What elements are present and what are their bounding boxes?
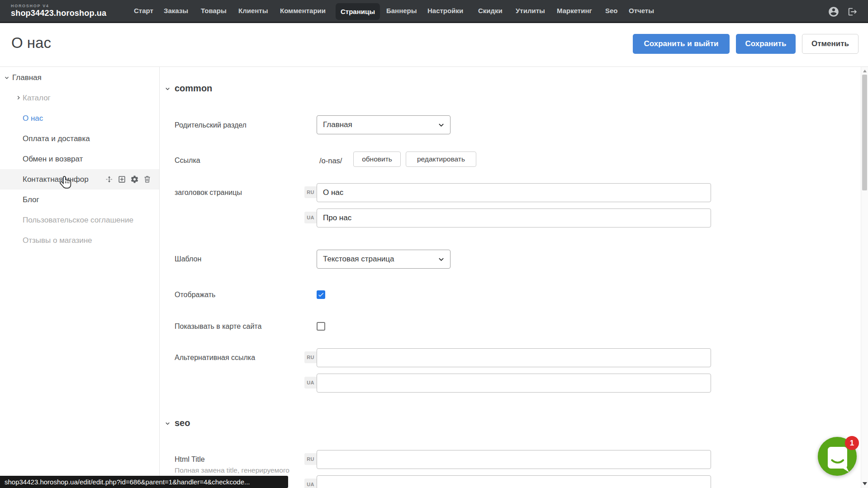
tree-item-otzyvy-o-magazine[interactable]: Отзывы о магазине — [0, 230, 159, 251]
nav-item-clients[interactable]: Клиенты — [238, 0, 268, 22]
link-edit-button[interactable]: редактировать — [406, 152, 476, 167]
nav-item-comments[interactable]: Комментарии — [280, 0, 326, 22]
tree-item-label: Каталог — [23, 94, 51, 103]
pages-tree-sidebar: Главная Каталог О нас Оплата и доставка … — [0, 67, 160, 488]
sitemap-checkbox[interactable] — [317, 322, 325, 331]
scrollbar-down-arrow[interactable] — [863, 482, 867, 485]
nav-item-marketing[interactable]: Маркетинг — [557, 0, 592, 22]
lang-tag-ru: RU — [304, 351, 317, 363]
page-header: О нас Сохранить и выйти Сохранить Отмени… — [0, 23, 868, 67]
section-seo-title[interactable]: seo — [175, 418, 190, 428]
brand-domain: shop34423.horoshop.ua — [11, 8, 106, 18]
save-and-exit-button[interactable]: Сохранить и выйти — [633, 34, 730, 54]
brand-version: HOROSHOP V4 — [11, 4, 106, 8]
nav-item-products[interactable]: Товары — [201, 0, 227, 22]
tree-item-obmen-i-vozvrat[interactable]: Обмен и возврат — [0, 149, 159, 169]
sitemap-label: Показывать в карте сайта — [175, 322, 261, 331]
link-update-button[interactable]: обновить — [353, 152, 401, 167]
scrollbar-up-arrow[interactable] — [863, 70, 867, 72]
page-title-ua-input[interactable] — [317, 208, 711, 227]
parent-section-value: Главная — [323, 120, 352, 129]
tree-item-label: Блог — [23, 195, 39, 204]
topbar: HOROSHOP V4 shop34423.horoshop.ua Старт … — [0, 0, 868, 23]
section-common-title[interactable]: common — [175, 83, 212, 94]
nav-item-seo[interactable]: Seo — [605, 0, 618, 22]
nav-item-settings[interactable]: Настройки — [427, 0, 463, 22]
tree-item-glavnaya[interactable]: Главная — [0, 67, 159, 88]
tree-item-label: Пользовательское соглашение — [23, 216, 133, 225]
html-title-label: Html Title — [175, 455, 205, 464]
nav-item-discounts[interactable]: Скидки — [478, 0, 503, 22]
chevron-down-icon — [436, 255, 446, 264]
logout-icon[interactable] — [848, 7, 858, 17]
add-page-icon[interactable] — [118, 175, 126, 184]
lang-tag-ru: RU — [304, 453, 317, 465]
nav-item-reports[interactable]: Отчеты — [629, 0, 654, 22]
template-value: Текстовая страница — [323, 255, 394, 264]
tree-item-polzovatelskoe-soglashenie[interactable]: Пользовательское соглашение — [0, 210, 159, 230]
alt-link-ru-input[interactable] — [317, 348, 711, 367]
page-title: О нас — [11, 34, 51, 52]
account-icon[interactable] — [828, 6, 840, 18]
page-title-label: заголовок страницы — [175, 188, 242, 197]
section-common-collapse-icon[interactable] — [164, 85, 171, 93]
scrollbar-thumb[interactable] — [862, 75, 867, 190]
lang-tag-ua: UA — [304, 377, 317, 389]
trash-icon[interactable] — [143, 175, 152, 184]
nav-item-pages[interactable]: Страницы — [336, 3, 380, 20]
tree-item-label: Отзывы о магазине — [23, 236, 92, 245]
chevron-down-icon[interactable] — [3, 74, 10, 81]
html-title-ua-input[interactable] — [317, 475, 711, 488]
section-seo-collapse-icon[interactable] — [164, 420, 171, 427]
lang-tag-ua: UA — [304, 212, 317, 223]
tree-item-katalog[interactable]: Каталог — [0, 88, 159, 108]
display-checkbox[interactable] — [317, 290, 325, 299]
parent-section-label: Родительский раздел — [175, 121, 247, 130]
link-label: Ссылка — [175, 156, 200, 165]
link-preview-statusbar: shop34423.horoshop.ua/edit/edit.php?id=6… — [0, 476, 288, 488]
template-select[interactable]: Текстовая страница — [317, 250, 451, 269]
lang-tag-ua: UA — [304, 479, 317, 488]
tree-item-o-nas[interactable]: О нас — [0, 108, 159, 128]
tree-item-kontaktnaya-infor[interactable]: Контактная инфор — [0, 169, 159, 190]
alt-link-ua-input[interactable] — [317, 374, 711, 393]
alt-link-label: Альтернативная ссылка — [175, 353, 255, 362]
horoshop-admin-app: HOROSHOP V4 shop34423.horoshop.ua Старт … — [0, 0, 868, 488]
html-title-ru-input[interactable] — [317, 450, 711, 469]
nav-item-orders[interactable]: Заказы — [164, 0, 188, 22]
cancel-button[interactable]: Отменить — [802, 34, 859, 54]
save-button[interactable]: Сохранить — [736, 34, 796, 54]
template-label: Шаблон — [175, 255, 201, 264]
page-edit-form: common Родительский раздел Главная Ссылк… — [160, 67, 861, 488]
lang-tag-ru: RU — [304, 186, 317, 198]
nav-item-start[interactable]: Старт — [134, 0, 153, 22]
tree-item-oplata-i-dostavka[interactable]: Оплата и доставка — [0, 128, 159, 149]
tree-item-label: Главная — [12, 73, 42, 82]
nav-item-utilities[interactable]: Утилиты — [516, 0, 545, 22]
tree-item-label: Оплата и доставка — [23, 134, 90, 143]
brand-logo[interactable]: HOROSHOP V4 shop34423.horoshop.ua — [11, 4, 106, 18]
chevron-right-icon[interactable] — [15, 94, 22, 101]
html-title-hint: Полная замена title, генерируемого — [175, 466, 289, 475]
chat-unread-badge[interactable]: 1 — [845, 436, 859, 450]
chevron-down-icon — [436, 120, 446, 130]
tree-item-blog[interactable]: Блог — [0, 190, 159, 210]
parent-section-select[interactable]: Главная — [317, 115, 451, 134]
vertical-scrollbar — [861, 67, 868, 488]
link-path: /o-nas/ — [319, 156, 342, 165]
move-icon[interactable] — [105, 175, 114, 184]
display-label: Отображать — [175, 290, 215, 299]
gear-icon[interactable] — [130, 175, 139, 184]
tree-item-label: Контактная инфор — [23, 175, 89, 184]
tree-item-label: Обмен и возврат — [23, 155, 83, 164]
page-title-ru-input[interactable] — [317, 183, 711, 202]
nav-item-banners[interactable]: Баннеры — [386, 0, 417, 22]
tree-item-label: О нас — [23, 114, 43, 123]
